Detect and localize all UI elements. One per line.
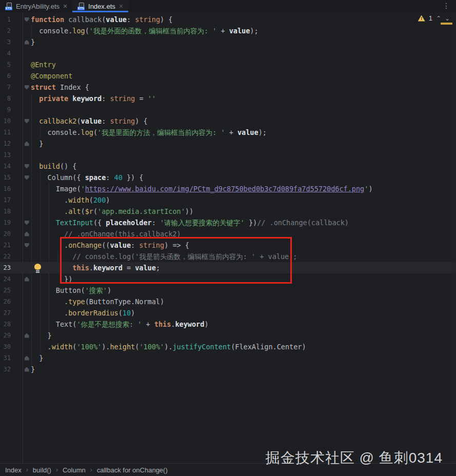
fold-region-open-icon[interactable] <box>25 85 29 90</box>
gutter-annotation-column <box>11 228 23 240</box>
gutter-icon-cell <box>23 115 31 127</box>
fold-region-open-icon[interactable] <box>25 164 29 169</box>
fold-region-end-icon[interactable] <box>25 142 29 146</box>
fold-region-open-icon[interactable] <box>25 175 29 180</box>
code-line[interactable]: 16 Image('https://www.baidu.com/img/PCtm… <box>0 183 456 194</box>
code-text: build() { <box>31 161 76 172</box>
fold-region-end-icon[interactable] <box>25 333 29 338</box>
gutter-annotation-column <box>11 59 23 70</box>
code-text: console.log('我是里面的方法，编辑框当前内容为: ' + value… <box>31 127 267 138</box>
chevron-right-icon <box>56 466 58 473</box>
gutter-icon-cell <box>23 273 31 285</box>
gutter-icon-cell <box>23 104 31 115</box>
code-line[interactable]: 13 <box>0 149 456 161</box>
gutter-annotation-column <box>11 183 23 194</box>
code-line[interactable]: 2 console.log('我是外面的函数，编辑框当前内容为: ' + val… <box>0 25 456 36</box>
inspections-widget[interactable]: 1 ⌃ ⌄ <box>418 14 450 22</box>
tab-close-icon[interactable] <box>62 3 68 10</box>
gutter-annotation-column <box>11 127 23 138</box>
code-editor[interactable]: 1function callback(value: string) {2 con… <box>0 12 456 463</box>
fold-region-open-icon[interactable] <box>25 221 29 225</box>
code-text: } <box>31 364 35 375</box>
gutter-annotation-column <box>11 319 23 330</box>
gutter-icon-cell <box>23 70 31 82</box>
code-line[interactable]: 25 Button('搜索') <box>0 285 456 296</box>
gutter-annotation-column <box>11 82 23 93</box>
gutter-annotation-column <box>11 161 23 172</box>
code-line[interactable]: 1function callback(value: string) { <box>0 14 456 25</box>
code-line[interactable]: 3} <box>0 36 456 48</box>
line-number: 15 <box>0 172 11 183</box>
gutter-annotation-column <box>11 296 23 307</box>
fold-region-end-icon[interactable] <box>25 277 29 282</box>
gutter-icon-cell <box>23 25 31 36</box>
breadcrumb-item-build[interactable]: build() <box>33 466 51 474</box>
warning-triangle-icon <box>418 15 425 22</box>
code-text: } <box>31 138 43 149</box>
fold-region-end-icon[interactable] <box>25 356 29 361</box>
code-line[interactable]: 8 private keyword: string = '' <box>0 93 456 104</box>
code-line[interactable]: 18 .alt($r('app.media.startIcon')) <box>0 206 456 217</box>
line-number: 8 <box>0 93 11 104</box>
kebab-menu-icon[interactable] <box>443 0 456 12</box>
fold-region-end-icon[interactable] <box>25 40 29 45</box>
ets-file-icon: ETS <box>77 2 86 10</box>
fold-region-open-icon[interactable] <box>25 243 29 248</box>
gutter-icon-cell <box>23 341 31 352</box>
code-line[interactable]: 21 .onChange((value: string) => { <box>0 240 456 251</box>
gutter-annotation-column <box>11 341 23 352</box>
code-line[interactable]: 10 callback2(value: string) { <box>0 115 456 127</box>
code-text: console.log('我是外面的函数，编辑框当前内容为: ' + value… <box>31 25 259 36</box>
code-line[interactable]: 31 } <box>0 352 456 364</box>
gutter-annotation-column <box>11 14 23 25</box>
code-line[interactable]: 19 TextInput({ placeholder: '请输入想要搜索的关键字… <box>0 217 456 228</box>
gutter-icon-cell <box>23 172 31 183</box>
tab-index-ets[interactable]: ETS Index.ets <box>72 0 128 12</box>
breadcrumb-item-index[interactable]: Index <box>5 466 22 474</box>
tab-close-icon[interactable] <box>118 3 124 10</box>
gutter-annotation-column <box>11 104 23 115</box>
line-number: 19 <box>0 217 11 228</box>
intention-bulb-icon[interactable] <box>34 264 41 270</box>
code-line[interactable]: 23 this.keyword = value; <box>0 262 456 273</box>
gutter-annotation-column <box>11 206 23 217</box>
breadcrumb-item-column[interactable]: Column <box>63 466 86 474</box>
code-line[interactable]: 4 <box>0 48 456 59</box>
code-line[interactable]: 20 // .onChange(this.callback2) <box>0 228 456 240</box>
code-line[interactable]: 22 // console.log('我是箭头函数，编辑框当前内容为: ' + … <box>0 251 456 262</box>
fold-region-end-icon[interactable] <box>25 367 29 372</box>
code-line[interactable]: 32} <box>0 364 456 375</box>
gutter-icon-cell <box>23 206 31 217</box>
breadcrumb-item-callback[interactable]: callback for onChange() <box>97 466 168 474</box>
line-number: 23 <box>0 262 11 273</box>
gutter-annotation-column <box>11 93 23 104</box>
fold-region-open-icon[interactable] <box>25 17 29 22</box>
code-line[interactable]: 9 <box>0 104 456 115</box>
error-stripe-warning-mark[interactable] <box>441 23 452 25</box>
error-stripe-track[interactable] <box>452 12 456 463</box>
code-line[interactable]: 29 } <box>0 330 456 341</box>
fold-region-end-icon[interactable] <box>25 232 29 236</box>
code-line[interactable]: 11 console.log('我是里面的方法，编辑框当前内容为: ' + va… <box>0 127 456 138</box>
line-number: 3 <box>0 36 11 48</box>
next-problem-chevron-down-icon[interactable]: ⌄ <box>445 15 450 22</box>
code-line[interactable]: 28 Text('你是不是想搜索: ' + this.keyword) <box>0 319 456 330</box>
tab-entryability-ets[interactable]: ETS EntryAbility.ets <box>0 0 72 12</box>
code-line[interactable]: 27 .borderRadius(10) <box>0 307 456 319</box>
line-number: 5 <box>0 59 11 70</box>
code-line[interactable]: 6@Component <box>0 70 456 82</box>
code-line[interactable]: 30 .width('100%').height('100%').justify… <box>0 341 456 352</box>
code-line[interactable]: 24 }) <box>0 273 456 285</box>
code-line[interactable]: 5@Entry <box>0 59 456 70</box>
code-line[interactable]: 7struct Index { <box>0 82 456 93</box>
code-line[interactable]: 12 } <box>0 138 456 149</box>
code-line[interactable]: 14 build() { <box>0 161 456 172</box>
code-line[interactable]: 15 Column({ space: 40 }) { <box>0 172 456 183</box>
code-line[interactable]: 26 .type(ButtonType.Normal) <box>0 296 456 307</box>
code-text: .borderRadius(10) <box>31 307 135 319</box>
warning-count: 1 <box>429 14 432 22</box>
prev-problem-chevron-up-icon[interactable]: ⌃ <box>436 15 441 22</box>
code-line[interactable]: 17 .width(200) <box>0 194 456 206</box>
fold-region-open-icon[interactable] <box>25 119 29 124</box>
ets-file-icon: ETS <box>5 2 13 10</box>
